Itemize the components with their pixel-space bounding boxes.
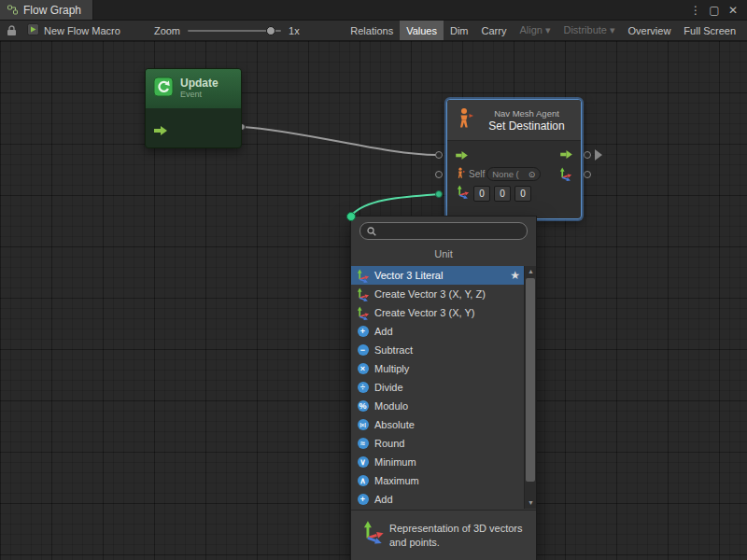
zoom-label: Zoom [154, 25, 180, 36]
finder-item-modulo[interactable]: %Modulo [351, 397, 524, 415]
fuzzy-finder: Unit Vector 3 Literal★Create Vector 3 (X… [350, 216, 537, 560]
dest-row-target: Self None ( ⊙ [447, 164, 581, 184]
finder-item-label: Create Vector 3 (X, Y, Z) [374, 288, 486, 300]
finder-item-add[interactable]: +Add [351, 322, 524, 341]
finder-item-maximum[interactable]: ∧Maximum [351, 471, 524, 490]
window-menu-button[interactable]: ⋮ [687, 1, 704, 20]
graph-canvas[interactable]: Update Event Nav Mesh Agent Set Destinat… [0, 41, 747, 560]
toolbar-button-distribute[interactable]: Distribute ▾ [557, 21, 621, 40]
continue-triangle-icon [595, 149, 602, 161]
vector3-icon [356, 287, 370, 301]
finder-item-label: Vector 3 Literal [374, 270, 443, 281]
multiply-icon: × [356, 362, 370, 376]
object-picker-icon[interactable]: ⊙ [529, 170, 536, 179]
flow-out-arrow-icon [560, 150, 572, 159]
finder-item-divide[interactable]: ÷Divide [351, 378, 524, 397]
finder-list: Vector 3 Literal★Create Vector 3 (X, Y, … [351, 266, 536, 509]
divide-icon: ÷ [356, 381, 370, 395]
node-set-destination[interactable]: Nav Mesh Agent Set Destination Self [446, 99, 582, 219]
toolbar-button-full-screen[interactable]: Full Screen [677, 21, 742, 40]
finder-item-create-vector-3-x-y-z[interactable]: Create Vector 3 (X, Y, Z) [351, 285, 524, 303]
port-dest-target-in[interactable] [436, 172, 443, 178]
close-button[interactable]: ✕ [725, 1, 741, 20]
finder-item-label: Add [374, 494, 393, 505]
finder-item-subtract[interactable]: −Subtract [351, 341, 524, 359]
toolbar-button-relations[interactable]: Relations [344, 21, 400, 40]
favorite-star-icon[interactable]: ★ [510, 269, 520, 282]
toolbar-button-carry[interactable]: Carry [475, 21, 514, 40]
finder-item-label: Modulo [374, 400, 408, 412]
flow-graph-window: Flow Graph ⋮ ▢ ✕ New Flow Macro Zoom 1x … [0, 0, 747, 560]
vector-z-input[interactable]: 0 [514, 186, 531, 202]
port-dest-flow-out[interactable] [585, 152, 591, 159]
vector-y-input[interactable]: 0 [494, 186, 511, 202]
finder-item-label: Round [374, 438, 404, 449]
vector3-icon [356, 306, 370, 320]
finder-item-label: Subtract [374, 344, 413, 356]
scroll-down-icon[interactable]: ▼ [525, 497, 536, 509]
port-dest-flow-in[interactable] [436, 152, 443, 159]
subtract-icon: − [356, 343, 370, 357]
toolbar-button-dim[interactable]: Dim [444, 21, 475, 40]
dest-node-title: Set Destination [481, 119, 572, 133]
finder-item-absolute[interactable]: |x|Absolute [351, 415, 524, 434]
search-input[interactable] [380, 226, 520, 237]
finder-footer: Representation of 3D vectors and points. [351, 510, 536, 560]
finder-item-minimum[interactable]: ∨Minimum [351, 453, 524, 471]
flow-in-arrow-icon [456, 147, 468, 163]
update-node-title: Update [180, 77, 218, 90]
target-label: Self [469, 169, 485, 179]
finder-item-add[interactable]: +Add [351, 490, 524, 509]
dest-node-component: Nav Mesh Agent [481, 108, 572, 119]
zoom-control: Zoom 1x [154, 25, 300, 36]
finder-item-round[interactable]: ≈Round [351, 434, 524, 453]
port-dest-vector-in[interactable] [436, 191, 443, 198]
lock-icon[interactable] [5, 25, 18, 36]
update-node-body [146, 108, 241, 146]
object-field-value: None ( [492, 169, 519, 179]
search-field[interactable] [359, 222, 528, 240]
dest-row-destination: 0 0 0 [447, 184, 581, 203]
finder-item-label: Create Vector 3 (X, Y) [374, 307, 474, 318]
tab-flow-graph[interactable]: Flow Graph [0, 0, 93, 20]
finder-item-label: Add [374, 326, 393, 337]
value-wire [352, 194, 439, 215]
graph-toolbar: New Flow Macro Zoom 1x RelationsValuesDi… [0, 21, 747, 41]
finder-item-vector-3-literal[interactable]: Vector 3 Literal★ [351, 266, 524, 285]
update-event-icon [153, 77, 174, 101]
toolbar-buttons: RelationsValuesDimCarryAlign ▾Distribute… [344, 21, 742, 40]
vector3-out-icon [558, 167, 572, 181]
toolbar-button-align[interactable]: Align ▾ [513, 21, 557, 40]
scroll-up-icon[interactable]: ▲ [525, 266, 536, 277]
finder-item-label: Absolute [374, 419, 415, 430]
wire-origin-dot[interactable] [346, 212, 356, 221]
toolbar-button-values[interactable]: Values [400, 21, 444, 40]
update-node-header: Update Event [146, 69, 241, 108]
agent-small-icon [456, 166, 466, 183]
finder-item-create-vector-3-x-y[interactable]: Create Vector 3 (X, Y) [351, 303, 524, 322]
macro-selector[interactable]: New Flow Macro [27, 23, 120, 37]
finder-section-label: Unit [351, 243, 536, 266]
vector-x-input[interactable]: 0 [473, 186, 490, 202]
absolute-icon: |x| [356, 418, 370, 432]
maximize-button[interactable]: ▢ [706, 1, 723, 20]
target-object-field[interactable]: None ( ⊙ [486, 167, 541, 181]
finder-item-label: Multiply [374, 363, 409, 374]
finder-item-label: Maximum [374, 475, 419, 486]
add-icon: + [356, 493, 370, 507]
finder-scrollbar[interactable]: ▲ ▼ [524, 266, 536, 509]
finder-search-row [351, 217, 536, 243]
finder-item-label: Divide [374, 382, 403, 393]
add-icon: + [356, 325, 370, 339]
zoom-slider[interactable] [188, 30, 281, 32]
finder-footer-text: Representation of 3D vectors and points. [389, 522, 525, 550]
port-dest-value-out[interactable] [585, 172, 591, 178]
scrollbar-thumb[interactable] [526, 278, 535, 482]
update-node-subtitle: Event [180, 90, 218, 100]
node-update-event[interactable]: Update Event [145, 68, 242, 148]
toolbar-button-overview[interactable]: Overview [622, 21, 678, 40]
window-controls: ⋮ ▢ ✕ [687, 0, 747, 20]
zoom-slider-handle[interactable] [266, 26, 275, 35]
finder-item-multiply[interactable]: ×Multiply [351, 359, 524, 378]
vector3-icon [356, 269, 370, 283]
